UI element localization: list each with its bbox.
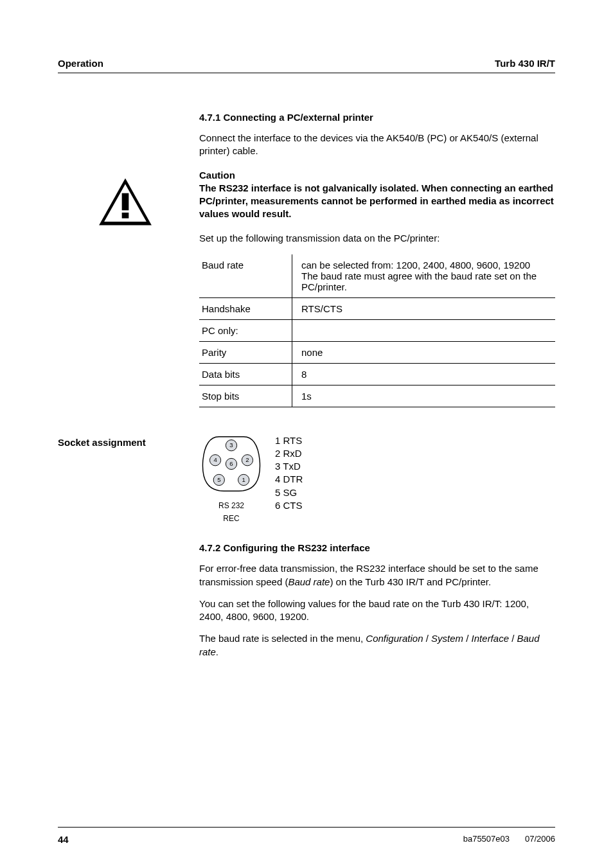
socket-caption-line2: REC (199, 514, 263, 523)
socket-pin-list: 1 RTS2 RxD3 TxD4 DTR5 SG6 CTS (275, 434, 303, 513)
table-row: Data bits8 (199, 363, 555, 385)
pin-entry: 1 RTS (275, 434, 303, 447)
transmission-table: Baud ratecan be selected from: 1200, 240… (199, 254, 555, 407)
header-rule (58, 73, 555, 73)
footer-meta: ba75507e0307/2006 (448, 834, 555, 844)
table-value: 8 (292, 363, 556, 385)
socket-connector-icon: 3 2 4 6 1 5 (200, 433, 262, 495)
section-472-p1: For error-free data transmission, the RS… (199, 562, 555, 589)
svg-text:1: 1 (242, 475, 245, 483)
svg-text:5: 5 (217, 475, 220, 483)
svg-text:6: 6 (229, 459, 233, 466)
table-value: RTS/CTS (292, 297, 556, 319)
section-472-p3: The baud rate is selected in the menu, C… (199, 632, 555, 659)
svg-rect-3 (122, 212, 129, 218)
section-472-p2: You can set the following values for the… (199, 598, 555, 624)
socket-diagram: 3 2 4 6 1 5 RS 232 REC (199, 433, 263, 524)
table-key: Stop bits (199, 385, 292, 407)
table-key: Parity (199, 341, 292, 363)
table-row: PC only: (199, 319, 555, 341)
p3-a: The baud rate is selected in the menu, (199, 633, 366, 644)
caution-block: Caution The RS232 interface is not galva… (199, 170, 555, 221)
pin-entry: 3 TxD (275, 460, 303, 473)
table-row: Baud ratecan be selected from: 1200, 240… (199, 254, 555, 298)
table-key: PC only: (199, 319, 292, 341)
pin-entry: 2 RxD (275, 447, 303, 460)
warning-triangle-icon (96, 176, 154, 227)
svg-rect-2 (122, 193, 129, 210)
socket-caption-line1: RS 232 (199, 501, 263, 510)
table-key: Handshake (199, 297, 292, 319)
footer-doc-id: ba75507e03 (463, 834, 510, 844)
pin-entry: 5 SG (275, 486, 303, 499)
table-key: Baud rate (199, 254, 292, 298)
section-472-heading: 4.7.2 Configuring the RS232 interface (199, 542, 555, 553)
p1-italic: Baud rate (288, 576, 330, 587)
caution-heading: Caution (199, 170, 555, 181)
p1-part-b: ) on the Turb 430 IR/T and PC/printer. (330, 576, 491, 587)
table-row: Paritynone (199, 341, 555, 363)
transmission-intro: Set up the following transmission data o… (199, 232, 555, 245)
table-value: 1s (292, 385, 556, 407)
section-471-intro: Connect the interface to the devices via… (199, 132, 555, 158)
p3-s1: / (423, 633, 432, 644)
section-471-heading: 4.7.1 Connecting a PC/external printer (199, 112, 555, 123)
caution-body: The RS232 interface is not galvanically … (199, 182, 555, 221)
p3-i2: System (431, 633, 463, 644)
table-row: Stop bits1s (199, 385, 555, 407)
svg-text:4: 4 (213, 456, 217, 463)
pin-entry: 6 CTS (275, 499, 303, 512)
socket-assignment-block: Socket assignment 3 (199, 433, 555, 524)
p3-s2: / (463, 633, 472, 644)
svg-text:3: 3 (229, 441, 233, 448)
table-value (292, 319, 556, 341)
table-value: none (292, 341, 556, 363)
p3-i3: Interface (472, 633, 509, 644)
header-left: Operation (58, 58, 103, 69)
svg-text:2: 2 (245, 456, 249, 463)
pin-entry: 4 DTR (275, 473, 303, 486)
socket-side-label: Socket assignment (58, 437, 146, 448)
p3-s3: / (509, 633, 517, 644)
table-value: can be selected from: 1200, 2400, 4800, … (292, 254, 556, 298)
p3-b: . (216, 646, 218, 657)
p3-i1: Configuration (366, 633, 423, 644)
page-footer: 44 ba75507e0307/2006 (58, 801, 555, 845)
footer-page-number: 44 (58, 834, 69, 845)
page-header: Operation Turb 430 IR/T (58, 58, 555, 69)
table-key: Data bits (199, 363, 292, 385)
table-row: HandshakeRTS/CTS (199, 297, 555, 319)
footer-date: 07/2006 (525, 834, 555, 844)
footer-rule (58, 827, 555, 828)
header-right: Turb 430 IR/T (495, 58, 555, 69)
